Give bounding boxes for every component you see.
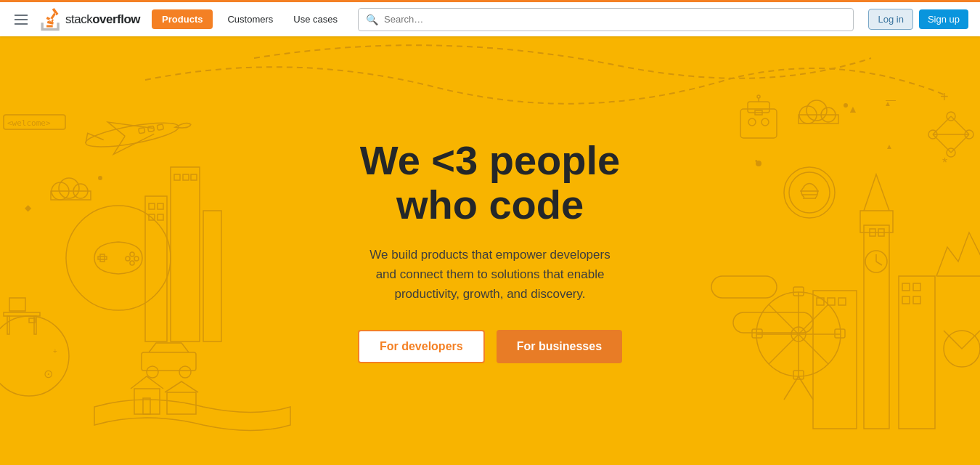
site-logo[interactable]: stackoverflow [39,8,140,31]
svg-rect-23 [183,174,189,180]
svg-point-31 [126,256,130,261]
svg-point-29 [130,252,134,256]
svg-point-61 [789,172,830,213]
svg-line-107 [933,134,951,153]
hamburger-menu[interactable] [12,12,30,28]
svg-line-91 [784,376,799,400]
svg-text:•: • [755,157,758,165]
svg-rect-74 [913,283,920,291]
svg-rect-77 [813,291,857,429]
svg-rect-65 [864,225,889,429]
svg-line-69 [876,262,882,265]
svg-rect-9 [157,124,163,130]
svg-rect-75 [902,296,910,304]
signup-button[interactable]: Sign up [919,9,968,29]
svg-rect-87 [793,287,804,296]
search-icon: 🔍 [366,14,378,25]
svg-point-12 [73,184,88,198]
svg-rect-14 [4,115,65,129]
svg-rect-53 [755,110,762,115]
svg-rect-66 [860,211,893,232]
svg-rect-45 [29,318,35,323]
svg-rect-24 [191,174,197,180]
svg-point-52 [761,118,769,126]
svg-point-81 [756,292,841,376]
svg-rect-98 [711,276,777,298]
svg-rect-38 [167,392,196,414]
search-input[interactable] [384,14,846,25]
svg-point-57 [807,100,827,121]
svg-text:*: * [942,155,947,170]
svg-rect-19 [149,214,155,220]
svg-rect-78 [817,298,824,305]
svg-point-103 [947,148,955,157]
products-button[interactable]: Products [152,9,213,29]
login-button[interactable]: Log in [868,9,912,30]
svg-rect-90 [835,329,845,338]
svg-rect-20 [158,214,163,220]
svg-rect-16 [145,196,167,341]
svg-rect-17 [149,203,155,209]
svg-rect-42 [7,316,9,334]
svg-point-102 [965,130,973,139]
svg-point-35 [179,366,191,378]
svg-rect-72 [899,276,935,429]
svg-point-101 [947,112,955,121]
svg-rect-89 [752,329,762,338]
hero-section: + ▲ — * • ▲ <w [0,36,980,465]
svg-point-58 [821,108,836,122]
svg-point-93 [944,331,980,367]
svg-rect-50 [748,102,769,113]
svg-rect-25 [203,211,221,341]
svg-point-95 [756,161,761,166]
svg-rect-99 [733,312,813,333]
svg-point-67 [865,251,887,272]
svg-rect-37 [143,398,150,414]
customers-nav-link[interactable]: Customers [221,11,279,28]
svg-text:▲: ▲ [886,142,893,150]
svg-rect-18 [158,203,163,209]
svg-rect-59 [799,115,838,124]
navbar: stackoverflow Products Customers Use cas… [0,0,980,36]
svg-rect-88 [793,371,804,379]
svg-rect-21 [171,167,200,341]
svg-line-106 [951,134,969,153]
svg-rect-8 [147,126,154,132]
svg-point-6 [84,118,180,151]
svg-line-85 [769,304,828,364]
svg-point-82 [791,327,806,341]
hero-cta-buttons: For developers For businesses [316,330,664,363]
svg-text:▲: ▲ [884,100,891,108]
svg-point-11 [59,178,79,198]
search-bar: 🔍 [358,8,854,31]
svg-text:<welcome>: <welcome> [7,118,51,128]
svg-rect-70 [870,229,875,236]
svg-rect-7 [139,128,145,134]
svg-point-100 [928,130,937,139]
svg-rect-33 [142,352,196,371]
svg-text:+: + [53,347,57,355]
svg-point-51 [748,118,756,126]
for-businesses-button[interactable]: For businesses [497,330,622,363]
svg-rect-49 [740,109,777,138]
hero-title: We <3 people who code [316,138,664,227]
svg-line-104 [933,116,951,134]
svg-text:+: + [940,89,949,105]
logo-icon [39,8,62,31]
svg-rect-28 [98,256,107,259]
svg-point-10 [52,182,69,200]
svg-rect-44 [9,298,25,311]
svg-rect-71 [878,229,884,236]
svg-rect-13 [51,191,91,200]
svg-rect-27 [100,254,105,262]
svg-rect-73 [902,283,910,291]
use-cases-nav-link[interactable]: Use cases [287,11,343,28]
for-developers-button[interactable]: For developers [358,330,485,363]
svg-point-34 [147,366,158,378]
svg-rect-22 [174,174,180,180]
logo-text: stackoverflow [65,12,140,27]
svg-rect-79 [828,298,835,305]
svg-rect-80 [838,298,846,305]
svg-point-60 [784,167,835,218]
svg-line-92 [799,376,813,400]
